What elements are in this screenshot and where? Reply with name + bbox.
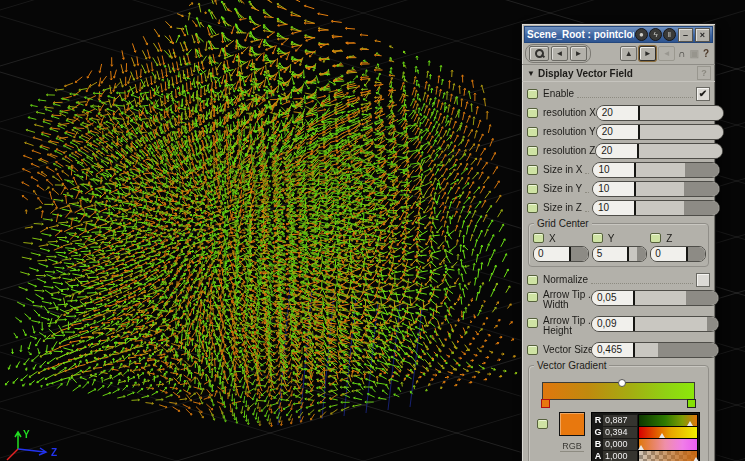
gradient-bar[interactable]: [542, 382, 695, 400]
anim-divot-icon[interactable]: [527, 292, 538, 302]
property-panel: Scene_Root : pointcloud1 : Point Cl... ●…: [521, 23, 716, 461]
row-resolution-z: resolution Z 20: [527, 141, 710, 160]
color-swatch[interactable]: [559, 412, 585, 436]
enable-label: Enable: [543, 88, 574, 99]
grid-center-x-slider[interactable]: 0: [533, 246, 589, 262]
grid-center-y: Y 5: [592, 232, 646, 262]
vector-size-slider[interactable]: 0,465: [591, 342, 719, 358]
next-page-button[interactable]: ►: [570, 46, 587, 61]
anim-divot-icon[interactable]: [533, 233, 544, 243]
a-channel-bar[interactable]: [638, 450, 698, 461]
rgb-mode-button[interactable]: RGB: [560, 441, 584, 452]
nav-up-button[interactable]: ▲: [620, 46, 637, 61]
refresh-icon[interactable]: ∩: [678, 48, 685, 59]
grid-center-z-slider[interactable]: 0: [650, 246, 706, 262]
lock-icon[interactable]: ‖: [663, 28, 676, 41]
gradient-mid-marker[interactable]: [618, 379, 626, 387]
b-value[interactable]: 0,000: [603, 439, 637, 450]
channel-row-a: A 1,000: [593, 451, 698, 461]
row-resolution-x: resolution X 20: [527, 103, 710, 122]
anim-divot-icon[interactable]: [527, 108, 538, 118]
resolution-x-slider[interactable]: 20: [596, 105, 724, 121]
minimize-button[interactable]: –: [678, 28, 693, 42]
size-x-slider[interactable]: 10: [592, 162, 720, 178]
anim-divot-icon[interactable]: [527, 345, 538, 355]
row-arrow-tip-width: Arrow Tip ..Width 0,05: [527, 288, 710, 314]
row-size-y: Size in Y 10: [527, 179, 710, 198]
magnifier-icon: [535, 49, 544, 58]
grid-center-y-slider[interactable]: 5: [592, 246, 648, 262]
enable-checkbox[interactable]: ✔: [696, 87, 710, 101]
anim-divot-icon[interactable]: [527, 127, 538, 137]
nav-back-button[interactable]: ◄: [658, 46, 675, 61]
camera-icon[interactable]: ●: [635, 28, 648, 41]
grid-center-group: Grid Center X 0 Y 5 Z 0: [528, 223, 709, 267]
row-resolution-y: resolution Y 20: [527, 122, 710, 141]
section-header-display-vector-field[interactable]: ▼ Display Vector Field ?: [522, 64, 715, 82]
gradient-key-right[interactable]: [687, 399, 696, 408]
resolution-y-slider[interactable]: 20: [596, 124, 724, 140]
row-enable: Enable ✔: [527, 84, 710, 103]
panel-toolbar: ◄ ► ▲ ► ◄ ∩ ▣ ?: [522, 43, 715, 64]
anim-divot-icon[interactable]: [537, 419, 548, 429]
channel-row-r: R 0,887: [593, 415, 698, 426]
resolution-z-slider[interactable]: 20: [595, 143, 723, 159]
normalize-checkbox[interactable]: [696, 273, 710, 287]
panel-title: Scene_Root : pointcloud1 : Point Cl...: [527, 29, 634, 40]
collapse-arrow-icon[interactable]: ▼: [527, 69, 535, 78]
g-value[interactable]: 0,394: [603, 427, 637, 438]
channel-row-g: G 0,394: [593, 427, 698, 438]
application-window: Scene_Root : pointcloud1 : Point Cl... ●…: [0, 0, 745, 461]
snapshot-icon[interactable]: ▣: [689, 48, 698, 59]
row-arrow-tip-height: Arrow Tip ..Height 0,09: [527, 314, 710, 340]
keep-ppg-button[interactable]: [529, 46, 549, 61]
r-value[interactable]: 0,887: [603, 415, 637, 426]
row-size-z: Size in Z 10: [527, 198, 710, 217]
section-help-button[interactable]: ?: [697, 66, 711, 80]
anim-divot-icon[interactable]: [527, 184, 538, 194]
grid-center-z: Z 0: [650, 232, 704, 262]
channel-sliders: R 0,887 G 0,394 B 0,000: [591, 412, 700, 461]
gradient-key-left[interactable]: [541, 399, 550, 408]
anim-divot-icon[interactable]: [527, 146, 538, 156]
row-size-x: Size in X 10: [527, 160, 710, 179]
grid-center-x: X 0: [533, 232, 587, 262]
anim-divot-icon[interactable]: [527, 165, 538, 175]
vector-gradient-label: Vector Gradient: [534, 360, 609, 371]
channel-row-b: B 0,000: [593, 439, 698, 450]
anim-divot-icon[interactable]: [592, 233, 603, 243]
anim-divot-icon[interactable]: [527, 203, 538, 213]
grid-center-label: Grid Center: [534, 218, 592, 229]
prev-page-button[interactable]: ◄: [551, 46, 568, 61]
vector-gradient-group: Vector Gradient RGB R 0,887: [528, 365, 709, 461]
color-editor: RGB R 0,887 G 0,394: [533, 412, 704, 461]
help-icon[interactable]: ?: [703, 48, 709, 59]
lightning-icon[interactable]: ϟ: [649, 28, 662, 41]
row-vector-size: Vector Size 0,465: [527, 340, 710, 359]
anim-divot-icon[interactable]: [650, 233, 661, 243]
arrow-tip-width-slider[interactable]: 0,05: [591, 290, 719, 306]
anim-divot-icon[interactable]: [527, 318, 538, 328]
row-normalize: Normalize: [527, 271, 710, 288]
size-z-slider[interactable]: 10: [592, 200, 720, 216]
anim-divot-icon[interactable]: [527, 89, 538, 99]
close-button[interactable]: ×: [695, 28, 710, 42]
panel-titlebar[interactable]: Scene_Root : pointcloud1 : Point Cl... ●…: [524, 26, 713, 43]
a-value[interactable]: 1,000: [603, 451, 637, 461]
arrow-tip-height-slider[interactable]: 0,09: [591, 316, 719, 332]
size-y-slider[interactable]: 10: [592, 181, 720, 197]
section-title: Display Vector Field: [538, 68, 633, 79]
nav-forward-button[interactable]: ►: [639, 46, 656, 61]
anim-divot-icon[interactable]: [527, 275, 538, 285]
